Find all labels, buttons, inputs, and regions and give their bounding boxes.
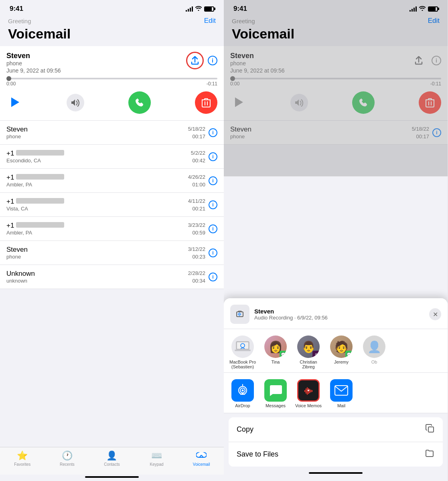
home-indicator-right (309, 472, 363, 474)
vm-name-left: Steven (6, 52, 61, 60)
tab-label-favorites-left: Favorites (14, 462, 30, 467)
status-icons-left (186, 6, 214, 12)
progress-bar-left: 0:00 -0:11 (6, 78, 217, 87)
tab-label-voicemail-left: Voicemail (193, 462, 210, 467)
status-time-left: 9:41 (10, 5, 23, 13)
vm-date-left: June 9, 2022 at 09:56 (6, 67, 61, 74)
voicemail-icon-left (196, 451, 207, 461)
list-item[interactable]: +1 Ambler, PA 4/26/22 01:00 i (0, 169, 224, 193)
speaker-button-left[interactable] (67, 94, 84, 111)
share-icon (230, 305, 249, 324)
app-voice-memos[interactable]: Voice Memos (294, 379, 322, 408)
tab-label-keypad-left: Keypad (150, 462, 164, 467)
svg-rect-22 (235, 350, 251, 351)
greeting-left: Greeting (8, 18, 31, 24)
ob-name: Ob (371, 360, 377, 364)
svg-point-33 (308, 390, 309, 391)
app-mail[interactable]: Mail (327, 379, 355, 408)
time-start-left: 0:00 (6, 81, 16, 87)
active-vm-card-left: Steven phone June 9, 2022 at 09:56 i 0:0… (0, 46, 224, 121)
svg-rect-7 (199, 453, 204, 455)
airdrop-icon-box (231, 379, 254, 402)
info-button-left[interactable]: i (208, 56, 217, 65)
svg-marker-0 (11, 97, 19, 107)
voice-memos-icon-box (297, 379, 320, 402)
tina-avatar: 👩 💬 (264, 335, 287, 358)
save-to-files-action[interactable]: Save to Files (229, 442, 443, 467)
mail-icon-box (330, 379, 353, 402)
messages-label: Messages (266, 403, 286, 408)
info-btn-item4[interactable]: i (209, 200, 217, 209)
share-contacts-row: MacBook Pro(Sebastien) 👩 💬 Tina 👨 # Chri… (224, 329, 448, 373)
dim-overlay (224, 0, 448, 176)
share-subtitle: Audio Recording · 6/9/22, 09:56 (254, 315, 328, 321)
svg-rect-14 (234, 309, 245, 320)
list-item[interactable]: +1 Escondido, CA 5/2/22 00:42 i (0, 145, 224, 169)
share-button-left[interactable] (186, 52, 204, 69)
voice-memos-label: Voice Memos (295, 403, 322, 408)
contact-jeremy[interactable]: 🧑 💬 Jeremy (327, 335, 355, 369)
play-button-left[interactable] (6, 94, 22, 111)
copy-label: Copy (237, 425, 253, 434)
svg-rect-34 (335, 386, 348, 395)
christian-name: ChristianZibreg (300, 360, 317, 369)
info-btn-item7[interactable]: i (209, 273, 217, 281)
list-item[interactable]: Unknown unknown 2/28/22 00:34 i (0, 265, 224, 289)
mail-label: Mail (337, 403, 345, 408)
share-title: Steven (254, 308, 328, 315)
tab-recents-left[interactable]: 🕐 Recents (45, 451, 90, 467)
app-airdrop[interactable]: AirDrop (229, 379, 257, 408)
list-item[interactable]: Steven phone 5/18/22 00:17 i (0, 121, 224, 145)
share-close-button[interactable]: ✕ (429, 308, 441, 320)
tab-voicemail-left[interactable]: Voicemail (179, 451, 224, 467)
airdrop-label: AirDrop (235, 403, 250, 408)
tab-favorites-left[interactable]: ⭐ Favorites (0, 451, 45, 467)
list-item[interactable]: +1 Ambler, PA 3/23/22 00:59 i (0, 217, 224, 241)
share-apps-row: AirDrop Messages (224, 373, 448, 413)
contact-ob[interactable]: 👤 Ob (360, 335, 388, 369)
info-btn-item6[interactable]: i (209, 249, 217, 257)
call-button-left[interactable] (128, 91, 151, 114)
vm-list-left: Steven phone 5/18/22 00:17 i +1 Escondid… (0, 121, 224, 447)
tab-bar-left: ⭐ Favorites 🕐 Recents 👤 Contacts ⌨️ Keyp… (0, 447, 224, 475)
recents-icon-left: 🕐 (62, 451, 73, 461)
ob-avatar: 👤 (363, 335, 385, 358)
info-btn-item1[interactable]: i (209, 128, 217, 137)
save-files-label: Save to Files (237, 450, 278, 459)
app-messages[interactable]: Messages (262, 379, 290, 408)
favorites-icon-left: ⭐ (17, 451, 28, 461)
home-indicator-left (85, 476, 139, 478)
contact-macbook[interactable]: MacBook Pro(Sebastien) (229, 335, 257, 369)
contact-christian[interactable]: 👨 # ChristianZibreg (294, 335, 322, 369)
vm-actions-left: i (186, 52, 217, 69)
copy-action[interactable]: Copy (229, 417, 443, 442)
status-bar-left: 9:41 (0, 0, 224, 15)
jeremy-avatar: 🧑 💬 (330, 335, 353, 358)
vm-controls-left (6, 91, 217, 114)
save-files-icon (425, 449, 435, 460)
tab-contacts-left[interactable]: 👤 Contacts (89, 451, 134, 467)
macbook-name: MacBook Pro(Sebastien) (229, 360, 256, 369)
wifi-icon-left (195, 6, 202, 12)
tab-keypad-left[interactable]: ⌨️ Keypad (134, 451, 179, 467)
contacts-icon-left: 👤 (106, 451, 117, 461)
time-end-left: -0:11 (207, 81, 217, 87)
contact-tina[interactable]: 👩 💬 Tina (262, 335, 290, 369)
list-item[interactable]: Steven phone 3/12/22 00:23 i (0, 241, 224, 265)
tab-label-recents-left: Recents (60, 462, 75, 467)
info-btn-item5[interactable]: i (209, 224, 217, 233)
edit-button-left[interactable]: Edit (204, 17, 216, 25)
messages-icon-box (264, 379, 287, 402)
page-title-left: Voicemail (8, 26, 216, 41)
jeremy-name: Jeremy (334, 360, 349, 364)
copy-icon (425, 424, 435, 435)
svg-rect-1 (202, 100, 210, 107)
info-btn-item2[interactable]: i (209, 152, 217, 161)
share-sheet: Steven Audio Recording · 6/9/22, 09:56 ✕ (224, 298, 448, 481)
delete-button-left[interactable] (195, 91, 217, 114)
info-btn-item3[interactable]: i (209, 176, 217, 185)
signal-icon-left (186, 6, 193, 12)
share-sheet-header: Steven Audio Recording · 6/9/22, 09:56 ✕ (224, 298, 448, 329)
list-item[interactable]: +1 Vista, CA 4/11/22 00:21 i (0, 193, 224, 217)
svg-rect-35 (428, 427, 434, 432)
